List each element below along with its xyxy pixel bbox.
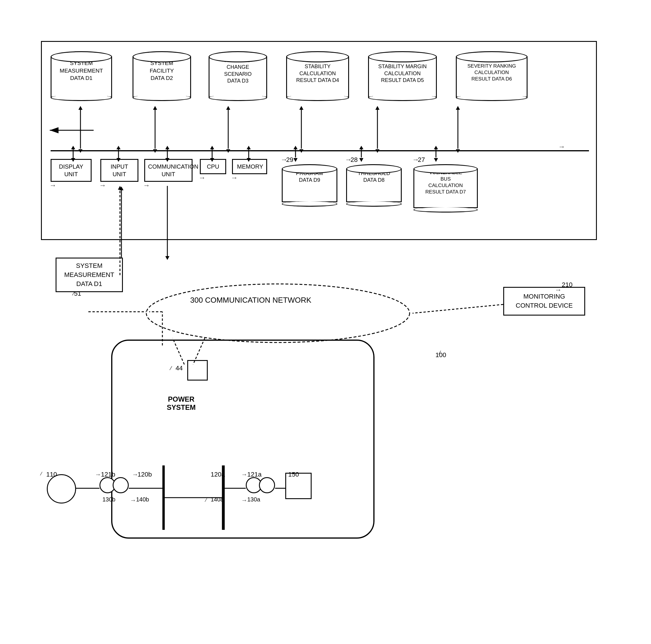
lightning-140b: ⤑: [131, 498, 135, 503]
memory-wrapper: MEMORY ⤑: [232, 159, 267, 181]
lightning-11: ⤑: [51, 182, 55, 189]
ref-130b: 130b: [102, 496, 116, 503]
cpu-box: CPU: [200, 159, 226, 174]
ref-121b: 121b: [101, 471, 115, 478]
cylinder-21-text: SYSTEMMEASUREMENTDATA D1: [51, 59, 112, 82]
lightning-12: ⤑: [100, 182, 105, 189]
cylinder-25: VOLTAGESTABILITY MARGINCALCULATIONRESULT…: [368, 51, 437, 101]
cylinder-21: SYSTEMMEASUREMENTDATA D1: [51, 51, 112, 101]
display-unit-box: DISPLAYUNIT: [51, 159, 92, 182]
lightning-43: ⤑: [559, 144, 564, 150]
lightning-110: ∕: [41, 471, 42, 476]
ref-51: 51: [74, 290, 81, 297]
cylinder-21-wrapper: SYSTEMMEASUREMENTDATA D1: [51, 51, 118, 101]
ref-28: 28: [350, 156, 358, 164]
cpu-wrapper: CPU ⤑: [200, 159, 226, 181]
cylinder-29: PROGRAMDATA D9: [282, 164, 337, 207]
cylinder-24: VOLTAGESTABILITYCALCULATIONRESULT DATA D…: [286, 51, 349, 101]
ref-140b: 140b: [136, 496, 149, 503]
ref-44-box: [187, 360, 208, 381]
lightning-27: ⤑: [413, 156, 418, 163]
svg-line-50: [412, 304, 503, 313]
ref-150: 150: [288, 471, 299, 478]
cylinder-22-wrapper: SYSTEMFACILITYDATA D2: [132, 51, 194, 101]
gen-110: [47, 474, 76, 503]
cylinder-23-wrapper: ASSUMEDCHANGESCENARIODATA D3: [209, 51, 272, 101]
ref-51-area: ∕ 51: [73, 290, 81, 297]
lightning-121b: ⤑: [96, 472, 100, 477]
ref-29: 29: [286, 156, 293, 164]
ref-140a: 140a: [211, 496, 224, 503]
cylinder-22: SYSTEMFACILITYDATA D2: [132, 51, 191, 101]
lightning-100: ∕: [439, 350, 440, 356]
lightning-13: ⤑: [144, 182, 149, 189]
lightning-210: ⤑: [556, 287, 560, 293]
trans-121a-b: [259, 477, 275, 493]
cylinder-25-wrapper: VOLTAGESTABILITY MARGINCALCULATIONRESULT…: [368, 51, 441, 101]
trans-121b-b: [113, 477, 129, 493]
cylinder-22-text: SYSTEMFACILITYDATA D2: [132, 59, 191, 82]
input-unit-wrapper: INPUTUNIT ⤑: [100, 159, 138, 189]
vuln-bus-wrapper: ⤑ 27 VULNERABLEBUSCALCULATIONRESULT DATA…: [413, 156, 478, 212]
ref-121a: 121a: [247, 471, 261, 478]
cylinder-27: VULNERABLEBUSCALCULATIONRESULT DATA D7: [413, 164, 478, 212]
svg-point-49: [146, 284, 410, 343]
bus-line: [51, 150, 589, 151]
sys-meas-box-lower: SYSTEMMEASUREMENTDATA D1: [56, 258, 123, 292]
memory-box: MEMORY: [232, 159, 267, 174]
comm-network-label: 300 COMMUNICATION NETWORK: [190, 296, 311, 305]
cylinder-24-wrapper: VOLTAGESTABILITYCALCULATIONRESULT DATA D…: [286, 51, 353, 101]
prog-data-wrapper: ⤑ 29 PROGRAMDATA D9: [282, 156, 337, 207]
power-system-box: [111, 340, 374, 538]
cylinder-23: ASSUMEDCHANGESCENARIODATA D3: [209, 51, 267, 101]
comm-unit-box: COMMUNICATIONUNIT: [144, 159, 192, 182]
thresh-data-wrapper: ⤑ 28 THRESHOLDDATA D8: [346, 156, 402, 207]
lightning-130a: ⤑: [242, 498, 246, 503]
lightning-28: ⤑: [346, 156, 350, 163]
ref-44: 44: [176, 364, 183, 372]
cylinder-26-wrapper: EACH SCENARIOSEVERITY RANKINGCALCULATION…: [456, 51, 532, 101]
ref-110: 110: [46, 471, 57, 478]
ref-130a: 130a: [247, 496, 260, 503]
lightning-140a: ∕: [206, 498, 207, 503]
lightning-29: ⤑: [282, 156, 286, 163]
bus-bar-left: [162, 465, 165, 530]
input-unit-box: INPUTUNIT: [100, 159, 138, 182]
svg-marker-46: [165, 256, 169, 260]
lightning-121a: ⤑: [242, 472, 246, 477]
cylinder-26: EACH SCENARIOSEVERITY RANKINGCALCULATION…: [456, 51, 528, 101]
lightning-44: ∕: [170, 365, 172, 372]
ref-27: 27: [418, 156, 425, 164]
monitoring-box: MONITORINGCONTROL DEVICE: [503, 287, 585, 316]
lightning-14: ⤑: [200, 175, 204, 181]
ref-210: 210: [562, 281, 572, 289]
lightning-15: ⤑: [232, 175, 237, 181]
comm-unit-wrapper: COMMUNICATIONUNIT ⤑: [144, 159, 192, 189]
ref-100: 100: [435, 351, 446, 359]
display-unit-wrapper: DISPLAYUNIT ⤑: [51, 159, 92, 189]
ref-120b: 120b: [137, 471, 152, 478]
cylinders-row: SYSTEMMEASUREMENTDATA D1 SYSTEMFACILITYD…: [51, 51, 532, 101]
lightning-120b: ⤑: [133, 472, 137, 477]
ref-120a: 120a: [211, 471, 225, 478]
vsmd-box: SYSTEMMEASUREMENTDATA D1 SYSTEMFACILITYD…: [41, 41, 597, 240]
cylinder-28: THRESHOLDDATA D8: [346, 164, 402, 207]
power-system-label: POWERSYSTEM: [167, 395, 196, 412]
